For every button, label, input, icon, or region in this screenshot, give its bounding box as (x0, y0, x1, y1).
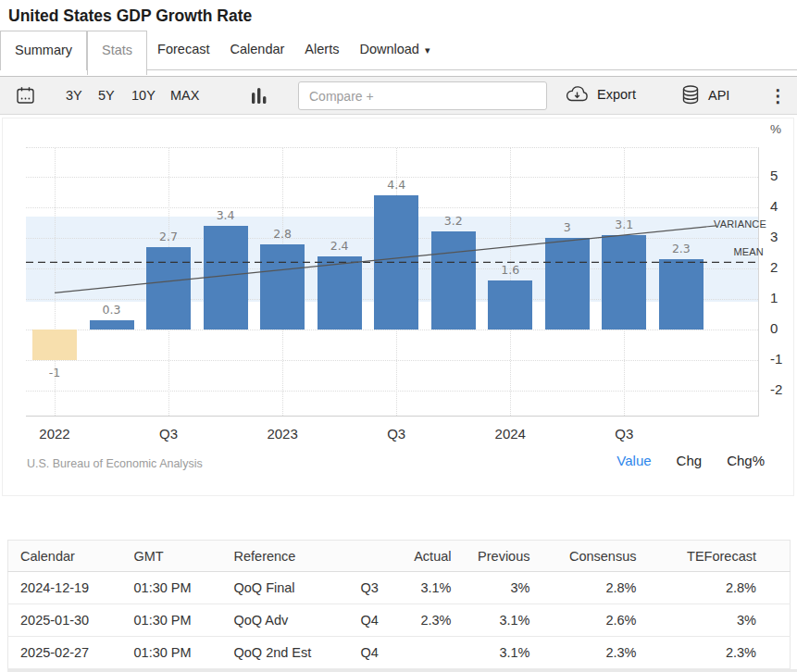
cell-calendar: 2025-02-27 (8, 637, 126, 669)
cell-reference: QoQ Final (226, 572, 353, 604)
chart-card: 543210-1-2%2022Q32023Q32024Q3-10.32.73.4… (2, 118, 794, 496)
series-link-value[interactable]: Value (616, 453, 651, 468)
column-header-consensus: Consensus (538, 541, 644, 572)
chart-bar[interactable] (488, 280, 532, 330)
tab-forecast[interactable]: Forecast (147, 31, 219, 70)
page: United States GDP Growth Rate SummarySta… (0, 0, 797, 672)
y-axis-unit-label: % (770, 122, 781, 136)
h-gridline (26, 360, 758, 361)
tab-calendar[interactable]: Calendar (220, 31, 295, 70)
chart-bar[interactable] (545, 238, 590, 330)
mean-label: MEAN (733, 246, 764, 257)
api-label: API (708, 88, 729, 103)
cell-reference: QoQ 2nd Est (226, 637, 353, 669)
y-axis-tick-label: -1 (770, 351, 797, 367)
chart-bar[interactable] (602, 235, 646, 330)
kebab-menu-icon[interactable]: ⋮ (769, 85, 787, 107)
bar-value-label: -1 (27, 366, 82, 380)
tab-stats[interactable]: Stats (87, 31, 147, 75)
table-header-row: CalendarGMTReferenceActualPreviousConsen… (8, 541, 791, 572)
cell-quarter: Q4 (353, 637, 413, 669)
cell-previous: 3.1% (459, 637, 538, 669)
range-3y[interactable]: 3Y (66, 88, 82, 103)
chart-bar[interactable] (32, 330, 77, 360)
variance-label: VARIANCE (714, 218, 766, 230)
series-links: ValueChgChg% (616, 453, 765, 468)
chart-bar[interactable] (260, 244, 305, 330)
caret-down-icon: ▾ (425, 44, 430, 56)
y-axis-tick-label: -2 (770, 381, 797, 397)
x-axis-tick-label: 2024 (466, 426, 554, 442)
cell-teforecast: 2.8% (644, 572, 791, 604)
calendar-icon[interactable] (16, 86, 35, 109)
title-bar: United States GDP Growth Rate (0, 0, 797, 31)
export-label: Export (597, 87, 636, 102)
cell-actual: 2.3% (413, 604, 459, 637)
range-5y[interactable]: 5Y (98, 88, 115, 103)
series-link-chg[interactable]: Chg (677, 453, 703, 468)
tab-bar: SummaryStatsForecastCalendarAlertsDownlo… (0, 31, 797, 70)
bar-value-label: 1.6 (482, 263, 538, 277)
cell-reference: QoQ Adv (226, 604, 353, 637)
bar-value-label: 4.4 (368, 178, 424, 192)
table-row: 2024-12-1901:30 PMQoQ FinalQ33.1%3%2.8%2… (8, 572, 791, 604)
cell-consensus: 2.6% (538, 604, 644, 637)
column-header-quarter (353, 541, 413, 572)
column-header-teforecast: TEForecast (644, 541, 791, 572)
y-axis-tick-label: 3 (770, 229, 797, 244)
range-max[interactable]: MAX (170, 88, 199, 103)
range-10y[interactable]: 10Y (131, 88, 156, 103)
h-gridline (26, 330, 758, 330)
table-row: 2025-02-2701:30 PMQoQ 2nd EstQ43.1%2.3%2… (8, 637, 791, 669)
bar-value-label: 2.8 (255, 227, 310, 241)
table-body: 2024-12-1901:30 PMQoQ FinalQ33.1%3%2.8%2… (8, 572, 791, 669)
x-axis-tick-label: Q3 (124, 426, 213, 442)
api-button[interactable]: API (680, 84, 729, 106)
y-axis-tick-label: 4 (770, 198, 797, 214)
cell-consensus: 2.8% (538, 572, 644, 604)
cell-gmt: 01:30 PM (126, 604, 226, 637)
bar-value-label: 2.4 (312, 239, 367, 253)
x-axis-tick-label: Q3 (352, 426, 441, 442)
tab-download[interactable]: Download▾ (349, 31, 440, 70)
bar-value-label: 3.2 (426, 214, 481, 228)
calendar-table: CalendarGMTReferenceActualPreviousConsen… (7, 540, 791, 669)
cell-actual: 3.1% (413, 572, 459, 604)
column-header-calendar: Calendar (8, 541, 126, 572)
chart-bar[interactable] (90, 320, 134, 330)
chart-bar[interactable] (659, 259, 704, 330)
page-title: United States GDP Growth Rate (0, 0, 797, 26)
compare-input[interactable] (298, 81, 547, 110)
y-axis-tick-label: 2 (770, 259, 797, 275)
cell-previous: 3.1% (459, 604, 538, 637)
cell-teforecast: 2.3% (644, 637, 791, 669)
export-button[interactable]: Export (565, 85, 636, 104)
chart-bar[interactable] (204, 226, 248, 330)
series-link-chgpct[interactable]: Chg% (727, 453, 765, 468)
bar-value-label: 2.7 (141, 230, 196, 243)
bar-value-label: 3.1 (596, 218, 652, 231)
chart-source: U.S. Bureau of Economic Analysis (27, 457, 203, 470)
bar-value-label: 2.3 (654, 242, 709, 255)
cell-gmt: 01:30 PM (126, 637, 226, 669)
tab-alerts[interactable]: Alerts (294, 31, 349, 70)
column-header-reference: Reference (226, 541, 353, 572)
bar-chart-type-icon[interactable] (251, 87, 268, 108)
chart-bar[interactable] (146, 247, 191, 330)
tab-summary[interactable]: Summary (0, 31, 87, 70)
chart-bar[interactable] (431, 231, 476, 330)
y-axis-tick-label: 0 (770, 320, 797, 336)
cloud-download-icon (565, 85, 590, 104)
column-header-previous: Previous (459, 541, 538, 572)
column-header-actual: Actual (413, 541, 459, 572)
database-icon (680, 84, 701, 106)
h-gridline (26, 391, 758, 392)
x-axis-tick-label: 2023 (238, 426, 327, 442)
bar-value-label: 3 (540, 220, 595, 234)
cell-consensus: 2.3% (538, 637, 644, 669)
cell-calendar: 2024-12-19 (8, 572, 126, 604)
chart-bar[interactable] (318, 256, 362, 330)
cell-teforecast: 3% (644, 604, 791, 637)
cell-quarter: Q3 (353, 572, 413, 604)
chart-bar[interactable] (374, 195, 418, 330)
